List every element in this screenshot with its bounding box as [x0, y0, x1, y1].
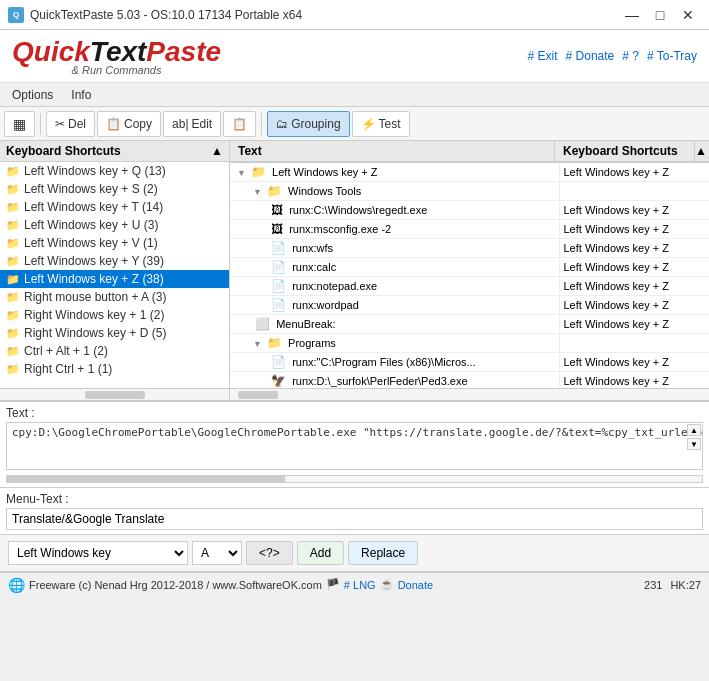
grid-button[interactable]: ▦ [4, 111, 35, 137]
letter-select[interactable]: ABCDEFGHIJKLMNOPQRSTUVWXYZ [192, 541, 242, 565]
close-button[interactable]: ✕ [675, 4, 701, 26]
grouping-label: Grouping [291, 117, 340, 131]
shortcut-list-item[interactable]: 📁Left Windows key + Y (39) [0, 252, 229, 270]
main-content: Keyboard Shortcuts ▲ 📁Left Windows key +… [0, 141, 709, 401]
menu-text-area: Menu-Text : [0, 488, 709, 535]
table-row[interactable]: ⬜ MenuBreak: Left Windows key + Z [230, 315, 709, 334]
donate-status-button[interactable]: Donate [398, 579, 433, 591]
shortcut-list-item[interactable]: 📁Left Windows key + V (1) [0, 234, 229, 252]
shortcut-list-item[interactable]: 📁Left Windows key + Z (38) [0, 270, 229, 288]
folder-icon: 📁 [6, 291, 20, 304]
table-row[interactable]: ▼ 📁 Programs [230, 334, 709, 353]
text-hscroll-thumb [7, 476, 285, 482]
app-icon: Q [8, 7, 24, 23]
shortcut-list-item[interactable]: 📁Right Ctrl + 1 (1) [0, 360, 229, 378]
special-key-button[interactable]: <?> [246, 541, 293, 565]
add-button[interactable]: Add [297, 541, 344, 565]
shortcut-list-item[interactable]: 📁Right Windows key + D (5) [0, 324, 229, 342]
minimize-button[interactable]: — [619, 4, 645, 26]
help-button[interactable]: # ? [622, 49, 639, 63]
status-text: Freeware (c) Nenad Hrg 2012-2018 / www.S… [29, 579, 322, 591]
shortcut-list-item[interactable]: 📁Left Windows key + S (2) [0, 180, 229, 198]
table-row[interactable]: 📄 runx:wordpad Left Windows key + Z [230, 296, 709, 315]
folder-icon: 📁 [6, 327, 20, 340]
edit-button[interactable]: ab| Edit [163, 111, 221, 137]
grid-icon: ▦ [13, 116, 26, 132]
replace-button[interactable]: Replace [348, 541, 418, 565]
bottom-area: Text : ▲ ▼ Menu-Text : Left Windows keyR… [0, 401, 709, 572]
grouping-button[interactable]: 🗂 Grouping [267, 111, 349, 137]
folder-icon: 📁 [6, 201, 20, 214]
keyboard-shortcuts-list: 📁Left Windows key + Q (13)📁Left Windows … [0, 162, 229, 388]
shortcut-list-item[interactable]: 📁Left Windows key + Q (13) [0, 162, 229, 180]
text-hscroll[interactable] [6, 475, 703, 483]
toolbar: ▦ ✂ Del 📋 Copy ab| Edit 📋 🗂 Grouping ⚡ T… [0, 107, 709, 141]
title-bar: Q QuickTextPaste 5.03 - OS:10.0 17134 Po… [0, 0, 709, 30]
folder-icon: 📁 [6, 165, 20, 178]
maximize-button[interactable]: □ [647, 4, 673, 26]
donate-header-button[interactable]: # Donate [566, 49, 615, 63]
del-button[interactable]: ✂ Del [46, 111, 95, 137]
folder-icon: 📁 [6, 345, 20, 358]
folder-icon: 📁 [6, 363, 20, 376]
left-panel: Keyboard Shortcuts ▲ 📁Left Windows key +… [0, 141, 230, 400]
copy-label: Copy [124, 117, 152, 131]
tree-table: ▼ 📁 Left Windows key + Z Left Windows ke… [230, 163, 709, 388]
table-row[interactable]: 📄 runx:"C:\Program Files (x86)\Micros...… [230, 353, 709, 372]
text-field-area: Text : ▲ ▼ [0, 402, 709, 488]
table-row[interactable]: 🦅 runx:D:\_surfok\PerlFeder\Ped3.exe Lef… [230, 372, 709, 389]
col-shortcuts-header: Keyboard Shortcuts [555, 141, 695, 161]
table-row[interactable]: 📄 runx:calc Left Windows key + Z [230, 258, 709, 277]
text-input[interactable] [6, 422, 703, 470]
header-buttons: # Exit # Donate # ? # To-Tray [528, 49, 697, 63]
table-row[interactable]: 🖼 runx:C:\Windows\regedt.exe Left Window… [230, 201, 709, 220]
shortcut-list-item[interactable]: 📁Left Windows key + T (14) [0, 198, 229, 216]
globe-icon: 🌐 [8, 577, 25, 593]
shortcut-list-item[interactable]: 📁Right mouse button + A (3) [0, 288, 229, 306]
folder-icon: 📁 [6, 219, 20, 232]
folder-icon: 📁 [6, 309, 20, 322]
scroll-up-right-icon[interactable]: ▲ [695, 144, 709, 158]
left-panel-hscroll[interactable] [0, 388, 229, 400]
lng-label[interactable]: # LNG [344, 579, 376, 591]
flag-icon: 🏴 [326, 578, 340, 591]
menu-options[interactable]: Options [4, 86, 61, 104]
right-tree-container[interactable]: ▼ 📁 Left Windows key + Z Left Windows ke… [230, 163, 709, 388]
logo-area: QuickTextPaste & Run Commands # Exit # D… [0, 30, 709, 83]
right-panel-hscroll[interactable] [230, 388, 709, 400]
table-row[interactable]: 📄 runx:notepad.exe Left Windows key + Z [230, 277, 709, 296]
toolbar-separator-2 [261, 113, 262, 135]
copy-icon: 📋 [106, 117, 121, 131]
copy-button[interactable]: 📋 Copy [97, 111, 161, 137]
folder-icon: 📁 [6, 183, 20, 196]
table-row[interactable]: 📄 runx:wfs Left Windows key + Z [230, 239, 709, 258]
shortcut-list-item[interactable]: 📁Left Windows key + U (3) [0, 216, 229, 234]
right-panel: Text Keyboard Shortcuts ▲ ▼ 📁 Left Windo… [230, 141, 709, 400]
paste-icon: 📋 [232, 117, 247, 131]
text-scroll-controls: ▲ ▼ [687, 424, 701, 450]
text-scroll-up[interactable]: ▲ [687, 424, 701, 436]
table-row[interactable]: ▼ 📁 Left Windows key + Z Left Windows ke… [230, 163, 709, 182]
table-row[interactable]: 🖼 runx:msconfig.exe -2 Left Windows key … [230, 220, 709, 239]
count-display: 231 [644, 579, 662, 591]
test-button[interactable]: ⚡ Test [352, 111, 410, 137]
totray-button[interactable]: # To-Tray [647, 49, 697, 63]
menu-info[interactable]: Info [63, 86, 99, 104]
logo-quick: Quick [12, 36, 90, 67]
paste-button[interactable]: 📋 [223, 111, 256, 137]
right-panel-header: Text Keyboard Shortcuts ▲ [230, 141, 709, 163]
col-text-header: Text [230, 141, 555, 161]
menu-text-label: Menu-Text : [6, 492, 703, 506]
logo-text2: Text [90, 36, 147, 67]
logo-paste: Paste [146, 36, 221, 67]
shortcut-list-item[interactable]: 📁Ctrl + Alt + 1 (2) [0, 342, 229, 360]
key-select[interactable]: Left Windows keyRight Windows keyLeft Ct… [8, 541, 188, 565]
table-row[interactable]: ▼ 📁 Windows Tools [230, 182, 709, 201]
folder-icon: 📁 [6, 255, 20, 268]
menu-text-input[interactable] [6, 508, 703, 530]
scroll-up-icon[interactable]: ▲ [211, 144, 223, 158]
text-scroll-down[interactable]: ▼ [687, 438, 701, 450]
exit-button[interactable]: # Exit [528, 49, 558, 63]
del-label: Del [68, 117, 86, 131]
shortcut-list-item[interactable]: 📁Right Windows key + 1 (2) [0, 306, 229, 324]
